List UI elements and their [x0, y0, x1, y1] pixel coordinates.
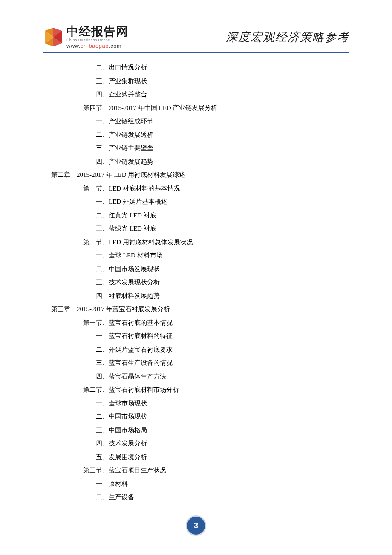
toc-entry: 二、中国市场发展现状 [51, 263, 349, 276]
logo-icon [43, 26, 64, 48]
logo-block: 中经报告网 China Bussiness Report www.cn-baog… [43, 26, 128, 49]
toc-entry: 第三章 2015-2017 年蓝宝石衬底发展分析 [51, 303, 349, 316]
toc-entry: 四、企业购并整合 [51, 88, 349, 101]
toc-entry: 一、产业链组成环节 [51, 115, 349, 128]
toc-entry: 四、蓝宝石晶体生产方法 [51, 370, 349, 384]
header-tagline: 深度宏观经济策略参考 [226, 29, 349, 45]
toc-entry: 四、衬底材料发展趋势 [51, 289, 349, 303]
toc-entry: 五、发展困境分析 [51, 451, 349, 464]
toc-entry: 第二节、蓝宝石衬底材料市场分析 [51, 383, 349, 397]
toc-entry: 二、生产设备 [51, 491, 349, 504]
logo-title-en: China Bussiness Report [66, 38, 128, 42]
toc-entry: 二、产业链发展透析 [51, 128, 349, 142]
table-of-contents: 二、出口情况分析三、产业集群现状四、企业购并整合第四节、2015-2017 年中… [43, 61, 349, 504]
toc-entry: 四、技术发展分析 [51, 437, 349, 451]
toc-entry: 二、外延片蓝宝石衬底要求 [51, 343, 349, 357]
toc-entry: 三、蓝绿光 LED 衬底 [51, 222, 349, 236]
toc-entry: 第二章 2015-2017 年 LED 用衬底材料发展综述 [51, 168, 349, 182]
toc-entry: 一、原材料 [51, 477, 349, 491]
toc-entry: 一、全球市场现状 [51, 397, 349, 410]
toc-entry: 二、中国市场现状 [51, 410, 349, 424]
toc-entry: 第二节、LED 用衬底材料总体发展状况 [51, 236, 349, 249]
toc-entry: 三、产业链主要壁垒 [51, 142, 349, 155]
toc-entry: 三、蓝宝石生产设备的情况 [51, 356, 349, 370]
toc-entry: 三、中国市场格局 [51, 424, 349, 437]
toc-entry: 第一节、LED 衬底材料的基本情况 [51, 182, 349, 196]
toc-entry: 二、出口情况分析 [51, 61, 349, 75]
toc-entry: 第一节、蓝宝石衬底的基本情况 [51, 316, 349, 330]
logo-url: www.cn-baogao.com [66, 43, 128, 49]
page-header: 中经报告网 China Bussiness Report www.cn-baog… [43, 26, 349, 53]
toc-entry: 第三节、蓝宝石项目生产状况 [51, 464, 349, 477]
toc-entry: 二、红黄光 LED 衬底 [51, 209, 349, 223]
toc-entry: 一、全球 LED 材料市场 [51, 249, 349, 263]
toc-entry: 一、蓝宝石衬底材料的特征 [51, 330, 349, 343]
page-footer: 3 [0, 515, 392, 536]
toc-entry: 四、产业链发展趋势 [51, 155, 349, 169]
page-number-badge: 3 [186, 515, 206, 536]
toc-entry: 三、技术发展现状分析 [51, 276, 349, 289]
toc-entry: 第四节、2015-2017 年中国 LED 产业链发展分析 [51, 101, 349, 115]
logo-text: 中经报告网 China Bussiness Report www.cn-baog… [66, 26, 128, 49]
toc-entry: 一、LED 外延片基本概述 [51, 195, 349, 209]
toc-entry: 三、产业集群现状 [51, 75, 349, 88]
logo-title-cn: 中经报告网 [66, 26, 128, 38]
